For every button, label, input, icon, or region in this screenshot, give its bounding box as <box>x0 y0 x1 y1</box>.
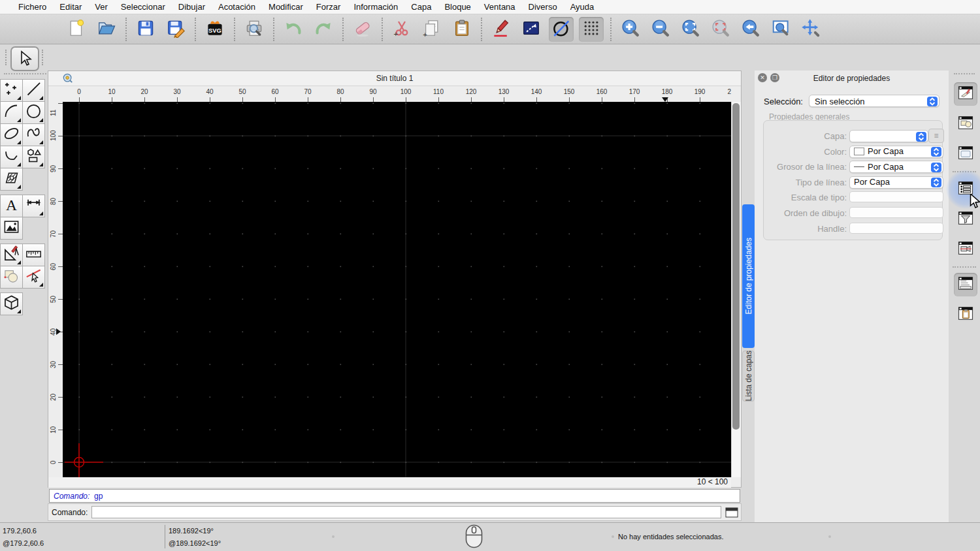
menu-dibujar[interactable]: Dibujar <box>172 0 212 14</box>
zoom-selected-button[interactable] <box>708 17 733 42</box>
select-tool-button[interactable] <box>10 46 39 71</box>
save-as-button[interactable] <box>163 17 188 42</box>
toolbar-drag-handle[interactable] <box>5 50 7 65</box>
menu-capa[interactable]: Capa <box>404 0 438 14</box>
main-toolbar: SVG++ <box>0 14 980 44</box>
toolbar-separator <box>481 18 482 41</box>
hruler-tick <box>79 97 80 102</box>
copy-button[interactable]: + <box>419 17 444 42</box>
menu-seleccionar[interactable]: Seleccionar <box>114 0 172 14</box>
color-combobox[interactable]: Por Capa <box>849 146 943 158</box>
property-label: Capa: <box>824 131 847 141</box>
menu-ver[interactable]: Ver <box>88 0 114 14</box>
zoom-pan-button[interactable] <box>798 17 823 42</box>
submenu-corner-icon <box>17 118 21 122</box>
menu-editar[interactable]: Editar <box>53 0 88 14</box>
grid-snap-button[interactable] <box>579 17 604 42</box>
property-label: Handle: <box>817 224 847 234</box>
print-preview-button[interactable] <box>242 17 267 42</box>
submenu-corner-icon <box>17 96 21 100</box>
stepper-icon <box>916 132 926 142</box>
cut-button[interactable]: + <box>389 17 414 42</box>
tool-polyline-button[interactable] <box>0 146 23 168</box>
blocks-window-toggle-button[interactable] <box>954 112 977 136</box>
orden-de-dibujo-input[interactable] <box>849 207 943 218</box>
command-history: Comando: gp <box>49 489 740 503</box>
tool-modify-button[interactable] <box>0 244 23 266</box>
selection-combobox[interactable]: Sin selección <box>809 95 939 107</box>
statusbar-dot <box>332 535 335 538</box>
command-keyboard-toggle-button[interactable] <box>724 507 739 518</box>
tool-dimension-button[interactable] <box>22 195 45 217</box>
tipo-de-línea-combobox[interactable]: Por Capa <box>849 176 943 189</box>
submenu-corner-icon <box>17 260 21 264</box>
selection-box-icon <box>521 18 541 40</box>
menu-ayuda[interactable]: Ayuda <box>564 0 601 14</box>
tool-image-button[interactable] <box>0 217 23 240</box>
command-window-toggle-button[interactable] <box>954 273 977 296</box>
redo-button[interactable] <box>311 17 336 42</box>
toolbar-drag-handle[interactable] <box>954 73 975 74</box>
vertical-scrollbar-thumb[interactable] <box>732 103 740 430</box>
notes-window-toggle-button[interactable] <box>954 303 977 326</box>
grosor-de-la-línea-combobox[interactable]: Por Capa <box>849 161 943 173</box>
tool-polygon-button[interactable] <box>22 146 45 168</box>
tab-layer-list[interactable]: Lista de capas <box>742 351 755 401</box>
text-icon: A <box>3 196 20 216</box>
zoom-selected-icon <box>711 18 730 40</box>
zoom-auto-button[interactable] <box>678 17 703 42</box>
zoom-window-button[interactable] <box>768 17 793 42</box>
tool-cube-button[interactable] <box>0 292 23 315</box>
tool-arc-button[interactable] <box>0 101 23 124</box>
selection-box-button[interactable] <box>519 17 544 42</box>
escala-de-tipo-input[interactable] <box>849 191 943 202</box>
media-window-toggle-button[interactable] <box>954 238 977 261</box>
capa-combobox[interactable] <box>849 130 928 142</box>
tool-hatch-button[interactable] <box>0 168 23 191</box>
open-file-button[interactable] <box>94 17 119 42</box>
tool-ellipse-button[interactable] <box>0 123 23 146</box>
frame-window-toggle-button[interactable] <box>954 142 977 166</box>
menu-bloque[interactable]: Bloque <box>438 0 477 14</box>
new-file-button[interactable] <box>64 17 89 42</box>
command-input[interactable] <box>91 506 721 518</box>
draw-pen-button[interactable] <box>489 17 514 42</box>
layer-menu-button[interactable]: ≡ <box>928 129 944 143</box>
tool-text-button[interactable]: A <box>0 195 23 217</box>
menu-fichero[interactable]: Fichero <box>12 0 53 14</box>
tool-options-bar <box>0 44 980 71</box>
save-as-icon <box>166 18 186 40</box>
hruler-tick <box>471 97 472 102</box>
stepper-icon <box>931 178 941 187</box>
zoom-out-button[interactable] <box>648 17 673 42</box>
pen-window-toggle-button[interactable] <box>954 82 977 106</box>
zoom-previous-button[interactable] <box>738 17 763 42</box>
menu-forzar[interactable]: Forzar <box>310 0 348 14</box>
palette-drag-handle[interactable] <box>4 73 51 77</box>
property-row: Escala de tipo: <box>764 191 942 204</box>
tool-order-button[interactable] <box>0 266 23 289</box>
tab-property-editor[interactable]: Editor de propiedades <box>742 204 755 348</box>
menu-acotacion[interactable]: Acotación <box>212 0 262 14</box>
menu-diverso[interactable]: Diverso <box>522 0 564 14</box>
drawing-canvas[interactable] <box>63 102 732 477</box>
paste-button[interactable] <box>449 17 474 42</box>
undo-button[interactable] <box>281 17 306 42</box>
menu-ventana[interactable]: Ventana <box>478 0 522 14</box>
tool-spline-button[interactable] <box>22 123 45 146</box>
tool-select-entity-button[interactable] <box>22 266 45 289</box>
handle-input[interactable] <box>849 223 943 234</box>
tool-circle-button[interactable] <box>22 101 45 124</box>
hruler-label: 30 <box>167 88 187 95</box>
menu-informacion[interactable]: Información <box>347 0 404 14</box>
tool-measure-button[interactable] <box>22 244 45 266</box>
circle-line-button[interactable] <box>549 17 574 42</box>
eraser-button[interactable] <box>350 17 375 42</box>
hruler-label: 150 <box>559 88 579 95</box>
zoom-in-button[interactable] <box>618 17 643 42</box>
svg-export-button[interactable]: SVG <box>203 17 227 42</box>
tool-points-button[interactable] <box>0 79 23 102</box>
save-button[interactable] <box>133 17 158 42</box>
tool-line-button[interactable] <box>22 79 45 102</box>
menu-modificar[interactable]: Modificar <box>262 0 310 14</box>
